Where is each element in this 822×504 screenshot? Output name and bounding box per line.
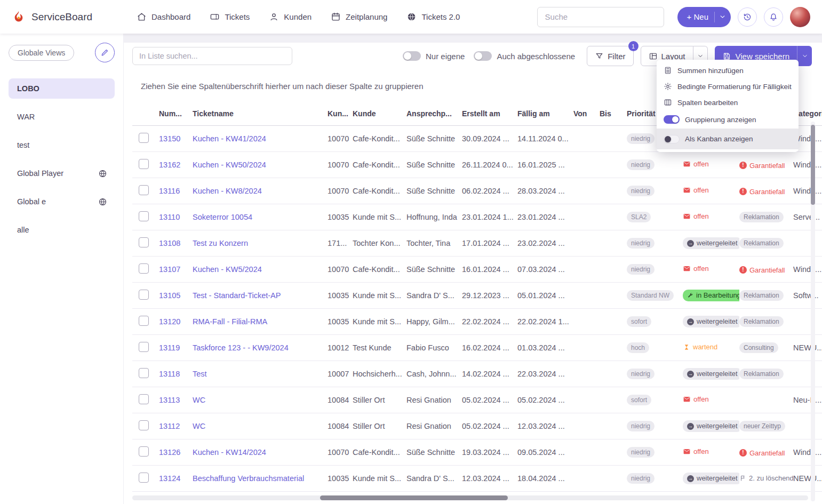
- ticket-name-link[interactable]: Beschaffung Verbrauchsmaterial: [193, 474, 304, 483]
- ticket-name-link[interactable]: Kuchen - KW50/2024: [193, 161, 266, 169]
- vertical-scrollbar-thumb[interactable]: [811, 125, 815, 205]
- user-avatar[interactable]: [790, 7, 810, 27]
- ticket-name-link[interactable]: RMA-Fall - Filial-RMA: [193, 317, 267, 326]
- col-header-kunde[interactable]: Kunde: [353, 109, 406, 118]
- nav-item-dashboard[interactable]: Dashboard: [137, 12, 190, 22]
- toggle-auch-abgeschlossene-switch[interactable]: [474, 51, 492, 61]
- menu-toggle-gruppierung[interactable]: [664, 115, 680, 124]
- horizontal-scrollbar-thumb[interactable]: [320, 495, 508, 500]
- cell-erstellt-am: 14.02.2024 ...: [462, 370, 517, 378]
- priority-pill: niedrig: [627, 473, 655, 484]
- sidebar-view-global-e[interactable]: Global e: [9, 191, 115, 212]
- nav-item-tickets[interactable]: Tickets: [210, 12, 250, 22]
- ticket-number-link[interactable]: 13120: [159, 317, 180, 326]
- global-search-input[interactable]: [537, 7, 664, 27]
- ticket-name-link[interactable]: Kuchen - KW5/2024: [193, 265, 262, 274]
- ticket-number-link[interactable]: 13113: [159, 396, 180, 404]
- brand-name: ServiceBoard: [31, 11, 92, 23]
- horizontal-scrollbar[interactable]: [132, 495, 808, 500]
- ticket-name-link[interactable]: Kuchen - KW41/2024: [193, 134, 266, 143]
- toggle-nur-eigene[interactable]: Nur eigene: [403, 51, 465, 61]
- row-checkbox[interactable]: [139, 368, 149, 378]
- menu-item-summen[interactable]: Summen hinzufügen: [657, 62, 799, 78]
- col-header-bis[interactable]: Bis: [600, 109, 627, 118]
- ticket-name-link[interactable]: Soketerror 10054: [193, 213, 252, 221]
- ticket-number-link[interactable]: 13150: [159, 134, 180, 143]
- ticket-name-link[interactable]: WC: [193, 396, 205, 404]
- row-checkbox[interactable]: [139, 394, 149, 404]
- menu-item-formatierung[interactable]: Bedingte Formatierung für Fälligkeit: [657, 78, 799, 94]
- menu-item-kanban[interactable]: Als Kanban anzeigen: [657, 129, 799, 149]
- serviceboard-logo-icon: [12, 10, 26, 24]
- list-search-input[interactable]: [132, 47, 292, 65]
- save-view-dropdown-arrow[interactable]: [797, 46, 812, 66]
- new-button-chevron-down-icon[interactable]: [719, 13, 727, 21]
- brand[interactable]: ServiceBoard: [12, 10, 125, 24]
- menu-toggle-kanban[interactable]: [664, 135, 680, 143]
- ticket-name-link[interactable]: Kuchen - KW14/2024: [193, 448, 266, 457]
- ticket-name-link[interactable]: Test: [193, 370, 207, 378]
- ticket-name-link[interactable]: Kuchen - KW8/2024: [193, 187, 262, 195]
- row-checkbox[interactable]: [139, 316, 149, 326]
- ticket-name-link[interactable]: WC: [193, 422, 205, 430]
- filter-button[interactable]: Filter: [587, 46, 633, 66]
- menu-item-spalten[interactable]: Spalten bearbeiten: [657, 94, 799, 110]
- row-checkbox[interactable]: [139, 473, 149, 483]
- vertical-scrollbar[interactable]: [811, 122, 815, 501]
- cell-ansprechpartner: Hoffnung, Inda: [406, 213, 462, 221]
- sidebar-view-war[interactable]: WAR: [9, 107, 115, 127]
- nav-item-zeitplanung[interactable]: Zeitplanung: [331, 12, 387, 22]
- toggle-nur-eigene-switch[interactable]: [403, 51, 421, 61]
- col-header-von[interactable]: Von: [573, 109, 600, 118]
- ticket-number-link[interactable]: 13108: [159, 239, 180, 247]
- global-views-button[interactable]: Globale Views: [9, 45, 74, 61]
- status-offen: offen: [683, 395, 709, 403]
- ticket-name-link[interactable]: Taskforce 123 - - KW9/2024: [193, 343, 289, 352]
- col-header-erstellt[interactable]: Erstellt am: [462, 109, 517, 118]
- ticket-name-link[interactable]: Test zu Konzern: [193, 239, 248, 247]
- ticket-number-link[interactable]: 13162: [159, 161, 180, 169]
- topbar-right: + Neu: [537, 7, 810, 27]
- row-checkbox[interactable]: [139, 159, 149, 169]
- ticket-number-link[interactable]: 13118: [159, 370, 180, 378]
- ticket-name-link[interactable]: Test - Standard-Ticket-AP: [193, 291, 281, 300]
- row-checkbox[interactable]: [139, 290, 149, 300]
- row-checkbox[interactable]: [139, 263, 149, 274]
- edit-views-button[interactable]: [95, 43, 115, 62]
- history-button[interactable]: [738, 7, 757, 27]
- row-checkbox[interactable]: [139, 342, 149, 352]
- sidebar-view-global-player[interactable]: Global Player: [9, 163, 115, 183]
- notifications-button[interactable]: [764, 7, 783, 27]
- ticket-number-link[interactable]: 13119: [159, 343, 180, 352]
- row-checkbox[interactable]: [139, 446, 149, 457]
- sidebar-view-alle[interactable]: alle: [9, 220, 115, 240]
- col-header-ansprech[interactable]: Ansprechp...: [406, 109, 462, 118]
- ticket-number-link[interactable]: 13107: [159, 265, 180, 274]
- table-row: 13118 Test 10007 Hochsicherh... Cash, Jo…: [132, 361, 822, 387]
- typ-pill: Reklamation: [739, 212, 784, 222]
- sidebar-view-lobo[interactable]: LOBO: [9, 78, 115, 99]
- ticket-number-link[interactable]: 13105: [159, 291, 180, 300]
- ticket-number-link[interactable]: 13126: [159, 448, 180, 457]
- toggle-auch-abgeschlossene[interactable]: Auch abgeschlossene: [474, 51, 575, 61]
- row-checkbox[interactable]: [139, 185, 149, 195]
- new-button[interactable]: + Neu: [677, 7, 731, 27]
- col-header-faellig[interactable]: Fällig am: [517, 109, 573, 118]
- status-weitergeleitet: →weitergeleitet: [683, 473, 739, 484]
- nav-item-kunden[interactable]: Kunden: [269, 12, 312, 22]
- ticket-number-link[interactable]: 13124: [159, 474, 180, 483]
- col-header-knr[interactable]: Kun...: [328, 109, 353, 118]
- sidebar-view-test[interactable]: test: [9, 135, 115, 155]
- nav-item-tickets2[interactable]: Tickets 2.0: [406, 12, 460, 22]
- row-checkbox[interactable]: [139, 237, 149, 247]
- topbar: ServiceBoard DashboardTicketsKundenZeitp…: [0, 0, 822, 34]
- col-header-name[interactable]: Ticketname: [193, 109, 328, 118]
- ticket-number-link[interactable]: 13112: [159, 422, 180, 430]
- row-checkbox[interactable]: [139, 420, 149, 430]
- col-header-num[interactable]: Num...: [159, 109, 193, 118]
- row-checkbox[interactable]: [139, 133, 149, 143]
- ticket-number-link[interactable]: 13116: [159, 187, 180, 195]
- row-checkbox[interactable]: [139, 211, 149, 221]
- ticket-number-link[interactable]: 13110: [159, 213, 180, 221]
- menu-item-gruppierung[interactable]: Gruppierung anzeigen: [657, 110, 799, 129]
